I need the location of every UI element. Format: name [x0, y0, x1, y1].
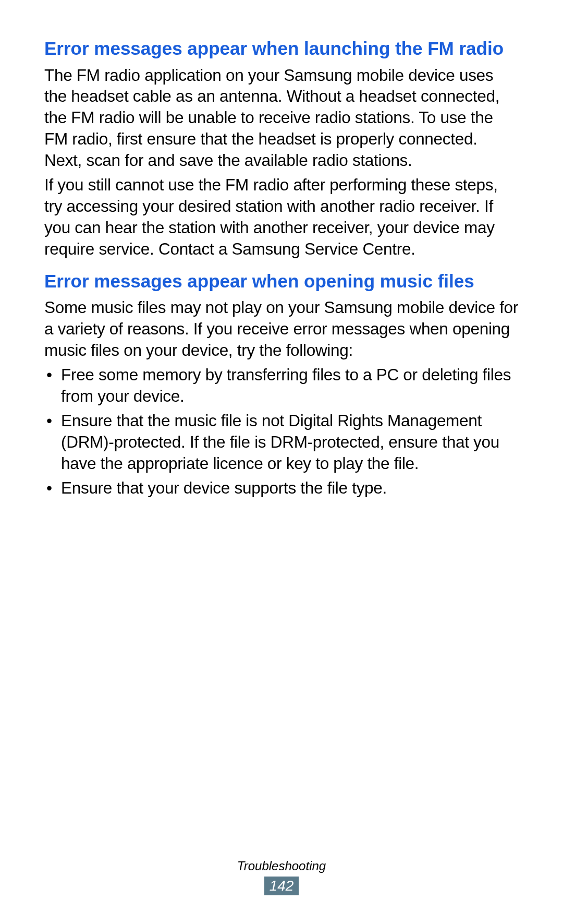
page-footer: Troubleshooting 142: [0, 859, 563, 895]
section-paragraph: Some music files may not play on your Sa…: [44, 297, 519, 361]
section-heading: Error messages appear when opening music…: [44, 269, 519, 293]
section-fm-radio: Error messages appear when launching the…: [44, 37, 519, 260]
section-paragraph: The FM radio application on your Samsung…: [44, 65, 519, 172]
page-number: 142: [264, 877, 299, 895]
section-music-files: Error messages appear when opening music…: [44, 269, 519, 499]
bullet-list: Free some memory by transferring files t…: [44, 364, 519, 499]
section-paragraph: If you still cannot use the FM radio aft…: [44, 174, 519, 260]
list-item: Free some memory by transferring files t…: [44, 364, 519, 407]
footer-section-name: Troubleshooting: [0, 859, 563, 873]
list-item: Ensure that the music file is not Digita…: [44, 410, 519, 474]
page-content: Error messages appear when launching the…: [44, 37, 519, 499]
section-heading: Error messages appear when launching the…: [44, 37, 519, 61]
list-item: Ensure that your device supports the fil…: [44, 477, 519, 499]
